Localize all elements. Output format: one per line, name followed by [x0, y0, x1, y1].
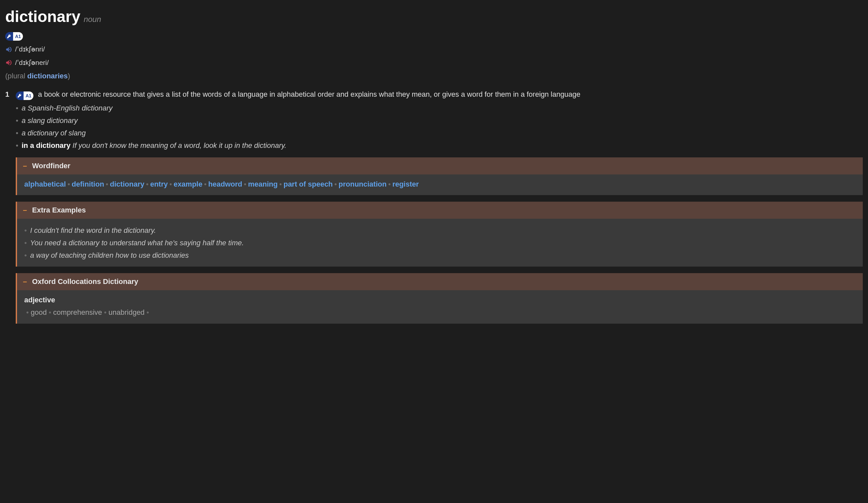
example-item: a dictionary of slang	[16, 128, 863, 138]
collocation-list: •good•comprehensive•unabridged•	[24, 307, 856, 318]
extra-examples-toggle[interactable]: – Extra Examples	[17, 202, 863, 219]
inflection-suffix: )	[68, 72, 70, 80]
example-item: a slang dictionary	[16, 115, 863, 126]
extra-example-item: I couldn't find the word in the dictiona…	[24, 225, 856, 236]
wordfinder-link[interactable]: alphabetical	[24, 180, 66, 188]
pronunciation-us: /ˈdɪkʃəneri/	[15, 58, 49, 68]
wordfinder-link[interactable]: register	[392, 180, 419, 188]
definition-text: a book or electronic resource that gives…	[38, 90, 580, 98]
audio-uk-icon[interactable]	[5, 46, 12, 53]
separator-dot: •	[168, 180, 174, 188]
separator-dot: •	[144, 180, 150, 188]
separator-dot: •	[242, 180, 248, 188]
separator-dot: •	[104, 180, 110, 188]
cefr-level: A1	[23, 91, 33, 100]
separator-dot: •	[386, 180, 392, 188]
cefr-level: A1	[13, 32, 23, 41]
wordfinder-link[interactable]: part of speech	[283, 180, 332, 188]
example-item: in a dictionary If you don't know the me…	[16, 140, 863, 151]
collocation-group-label: adjective	[24, 295, 856, 305]
cefr-badge-sense[interactable]: A1	[16, 91, 33, 100]
collocation-item: unabridged	[108, 308, 144, 316]
example-item: a Spanish-English dictionary	[16, 103, 863, 113]
part-of-speech: noun	[83, 14, 101, 25]
wordfinder-link[interactable]: example	[174, 180, 203, 188]
collocation-item: comprehensive	[53, 308, 102, 316]
wordfinder-title: Wordfinder	[32, 161, 70, 171]
extra-examples-panel: – Extra Examples I couldn't find the wor…	[16, 202, 863, 266]
wordfinder-link[interactable]: headword	[208, 180, 242, 188]
separator-dot: •	[203, 180, 208, 188]
inflection: (plural dictionaries)	[5, 71, 863, 81]
inflection-prefix: (plural	[5, 72, 27, 80]
wordfinder-toggle[interactable]: – Wordfinder	[17, 158, 863, 174]
wordfinder-link[interactable]: entry	[150, 180, 168, 188]
collocations-panel: – Oxford Collocations Dictionary adjecti…	[16, 273, 863, 324]
collapse-icon: –	[23, 276, 28, 287]
collocations-title: Oxford Collocations Dictionary	[32, 276, 138, 287]
wordfinder-link[interactable]: definition	[72, 180, 104, 188]
inflection-link[interactable]: dictionaries	[27, 72, 68, 80]
extra-example-item: a way of teaching children how to use di…	[24, 250, 856, 261]
definition: A1 a book or electronic resource that gi…	[16, 89, 863, 100]
wordfinder-panel: – Wordfinder alphabetical•definition•dic…	[16, 158, 863, 195]
extra-examples-title: Extra Examples	[32, 205, 86, 215]
key-icon	[16, 91, 23, 100]
example-text: a dictionary of slang	[22, 129, 86, 137]
example-text: a slang dictionary	[22, 117, 78, 124]
wordfinder-link[interactable]: dictionary	[110, 180, 144, 188]
audio-us-icon[interactable]	[5, 59, 12, 66]
separator-dot: •	[66, 180, 72, 188]
sense-number: 1	[5, 89, 11, 100]
pronunciation-uk: /ˈdɪkʃənri/	[15, 44, 45, 54]
collapse-icon: –	[23, 161, 28, 171]
headword: dictionary	[5, 5, 80, 28]
cefr-badge[interactable]: A1	[5, 32, 23, 41]
wordfinder-links: alphabetical•definition•dictionary•entry…	[24, 179, 856, 190]
example-text: a Spanish-English dictionary	[22, 104, 113, 112]
example-text: If you don't know the meaning of a word,…	[72, 141, 286, 150]
example-cf: in a dictionary	[22, 141, 72, 150]
separator-dot: •	[333, 180, 339, 188]
collocation-item: good	[31, 308, 47, 316]
collapse-icon: –	[23, 205, 28, 215]
wordfinder-link[interactable]: pronunciation	[339, 180, 387, 188]
collocations-toggle[interactable]: – Oxford Collocations Dictionary	[17, 273, 863, 290]
key-icon	[5, 32, 13, 41]
wordfinder-link[interactable]: meaning	[248, 180, 277, 188]
extra-example-item: You need a dictionary to understand what…	[24, 238, 856, 248]
separator-dot: •	[278, 180, 284, 188]
